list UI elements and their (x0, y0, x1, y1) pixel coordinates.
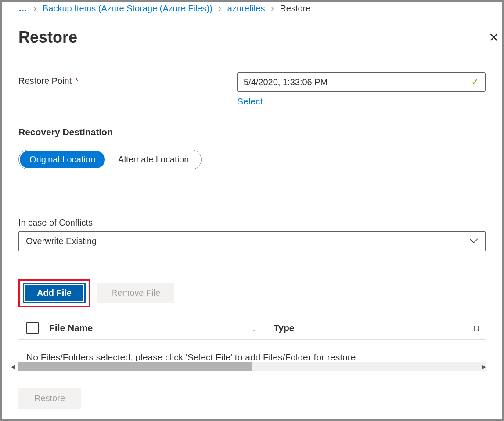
footer: Restore (2, 371, 502, 409)
select-link[interactable]: Select (237, 96, 263, 107)
conflicts-label: In case of Conflicts (18, 218, 486, 228)
horizontal-scrollbar[interactable]: ◀ ▶ (18, 362, 486, 371)
chevron-down-icon (469, 237, 478, 245)
content-area: Restore Point * 5/4/2020, 1:33:06 PM ✓ S… (2, 59, 502, 371)
add-file-highlight: Add File (18, 279, 90, 307)
breadcrumb-azurefiles[interactable]: azurefiles (227, 4, 265, 14)
original-location-button[interactable]: Original Location (20, 151, 105, 168)
chevron-right-icon: › (271, 4, 274, 13)
restore-point-value: 5/4/2020, 1:33:06 PM (244, 77, 328, 87)
breadcrumb: … › Backup Items (Azure Storage (Azure F… (2, 2, 502, 18)
breadcrumb-backup-items[interactable]: Backup Items (Azure Storage (Azure Files… (43, 4, 212, 14)
checkmark-icon: ✓ (471, 76, 479, 88)
chevron-right-icon: › (219, 4, 221, 13)
restore-point-input[interactable]: 5/4/2020, 1:33:06 PM ✓ (237, 72, 486, 92)
conflicts-value: Overwrite Existing (26, 236, 97, 246)
add-file-button[interactable]: Add File (24, 284, 84, 302)
page-title: Restore (18, 28, 77, 47)
restore-point-label: Restore Point * (18, 72, 237, 86)
breadcrumb-current: Restore (280, 4, 310, 14)
scroll-right-icon[interactable]: ▶ (482, 363, 486, 370)
recovery-destination-heading: Recovery Destination (18, 127, 486, 137)
scrollbar-thumb[interactable] (18, 362, 252, 371)
required-indicator: * (75, 76, 79, 86)
empty-table-message: No Files/Folders selected, please click … (26, 352, 486, 361)
conflicts-dropdown[interactable]: Overwrite Existing (18, 231, 486, 251)
alternate-location-button[interactable]: Alternate Location (106, 150, 201, 169)
sort-icon: ↑↓ (248, 324, 256, 333)
restore-point-row: Restore Point * 5/4/2020, 1:33:06 PM ✓ S… (18, 72, 486, 107)
conflicts-section: In case of Conflicts Overwrite Existing (18, 218, 486, 251)
recovery-destination-toggle: Original Location Alternate Location (18, 150, 202, 169)
column-type[interactable]: Type ↑↓ (274, 323, 486, 333)
chevron-right-icon: › (34, 4, 36, 13)
column-filename[interactable]: File Name ↑↓ (49, 323, 274, 333)
breadcrumb-more[interactable]: … (18, 4, 28, 14)
file-button-row: Add File Remove File (18, 279, 486, 307)
select-all-checkbox[interactable] (26, 322, 39, 334)
sort-icon: ↑↓ (472, 324, 480, 333)
file-table-header: File Name ↑↓ Type ↑↓ (18, 322, 486, 340)
remove-file-button[interactable]: Remove File (97, 283, 174, 303)
scroll-left-icon[interactable]: ◀ (11, 363, 15, 370)
restore-button[interactable]: Restore (18, 388, 81, 409)
close-icon[interactable]: ✕ (489, 30, 499, 45)
page-header: Restore ✕ (2, 18, 502, 59)
